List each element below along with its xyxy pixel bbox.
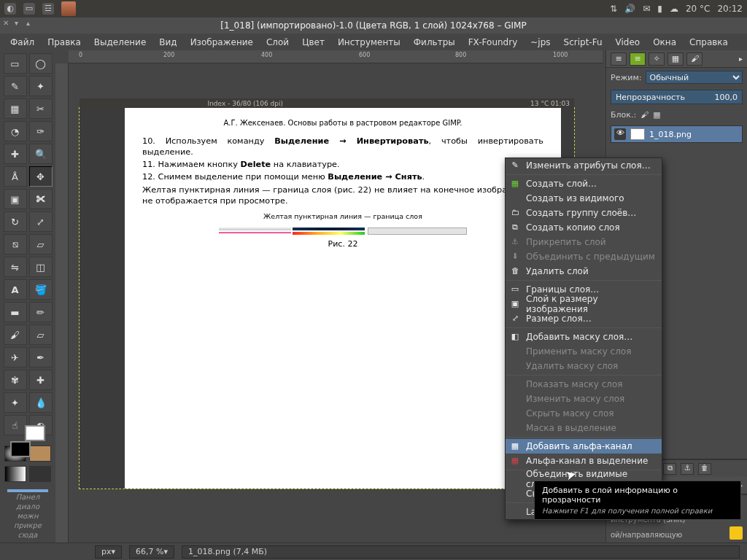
lock-alpha-icon[interactable]: ▦ (653, 110, 660, 120)
fg-swatch[interactable] (10, 441, 31, 457)
menu-jps[interactable]: ~jps (525, 35, 556, 50)
tool-smudge[interactable]: ☝ (4, 415, 27, 435)
ctx-to-image[interactable]: ▣Слой к размеру изображения (506, 297, 662, 311)
layer-context-menu[interactable]: ✎Изменить атрибуты слоя… ▦Создать слой… … (505, 158, 662, 520)
menu-image[interactable]: Изображение (185, 35, 259, 50)
ubuntu-icon[interactable]: ◐ (4, 3, 16, 15)
ctx-edit-attrs[interactable]: ✎Изменить атрибуты слоя… (506, 158, 662, 173)
ctx-scale[interactable]: ⤢Размер слоя… (506, 311, 662, 326)
menu-video[interactable]: Video (610, 35, 646, 50)
ctx-add-alpha[interactable]: ▦Добавить альфа-канал (506, 439, 662, 454)
ctx-from-visible[interactable]: Создать из видимого (506, 191, 662, 206)
gimp-task-icon[interactable] (61, 1, 76, 16)
tool-free-select[interactable]: ✎ (4, 76, 27, 96)
tab-paths[interactable]: ✧ (649, 52, 665, 66)
tool-color-select[interactable]: ▦ (4, 98, 27, 119)
tool-persp-clone[interactable]: ✦ (4, 392, 27, 413)
lock-pixels-icon[interactable]: 🖌 (640, 110, 649, 120)
gradient-indicator[interactable] (4, 466, 26, 482)
tool-shear[interactable]: ⧅ (4, 234, 27, 254)
tool-move[interactable]: ✥ (29, 166, 53, 187)
tool-crop[interactable]: ✀ (29, 189, 53, 209)
pattern-indicator[interactable] (29, 446, 51, 462)
tool-bucket[interactable]: 🪣 (29, 279, 53, 300)
menu-edit[interactable]: Правка (42, 35, 87, 50)
bg-swatch[interactable] (25, 425, 45, 441)
tool-foreground[interactable]: ◔ (4, 121, 27, 141)
tool-paths[interactable]: ✑ (29, 121, 53, 141)
close-icon[interactable]: ✕ (3, 20, 10, 27)
layers-list[interactable]: 👁 1_018.png (611, 125, 743, 143)
layer-name[interactable]: 1_018.png (649, 130, 692, 139)
firefox-icon[interactable]: ☲ (42, 3, 54, 15)
zoom-select[interactable]: 66,7 % ▾ (129, 545, 174, 559)
tab-channels[interactable]: ≡ (630, 52, 646, 66)
min-icon[interactable]: ▾ (15, 20, 22, 27)
menu-filters[interactable]: Фильтры (408, 35, 461, 50)
btn-anchor[interactable]: ⚓ (681, 463, 694, 475)
volume-icon[interactable]: 🔊 (624, 4, 635, 14)
tool-text[interactable]: A (4, 279, 27, 300)
menu-layer[interactable]: Слой (260, 35, 295, 50)
menu-scriptfu[interactable]: Script-Fu (558, 35, 608, 50)
tool-color-picker[interactable]: ✚ (4, 144, 27, 164)
weather-icon[interactable]: ☁ (670, 4, 678, 14)
tool-airbrush[interactable]: ✈ (4, 347, 27, 368)
tool-scale[interactable]: ⤢ (29, 211, 53, 232)
ctx-alpha-sel[interactable]: ▦Альфа-канал в выделение (506, 454, 662, 468)
tab-layers[interactable]: ≡ (611, 52, 627, 66)
tool-perspective[interactable]: ▱ (29, 234, 53, 254)
menu-help[interactable]: Справка (684, 35, 734, 50)
corner-indicator-icon[interactable] (729, 526, 743, 540)
max-icon[interactable]: ▴ (26, 20, 34, 27)
dock-menu-icon[interactable]: ▸ (739, 55, 743, 63)
btn-dup[interactable]: ⧉ (663, 463, 676, 475)
mail-icon[interactable]: ✉ (643, 4, 650, 14)
tool-heal[interactable]: ✚ (29, 370, 53, 390)
btn-delete[interactable]: 🗑 (698, 463, 711, 475)
files-icon[interactable]: ▭ (23, 3, 35, 15)
ctx-add-mask[interactable]: ◧Добавить маску слоя… (506, 330, 662, 344)
tool-rect-select[interactable]: ▭ (4, 53, 27, 74)
tool-flip[interactable]: ⇋ (4, 257, 27, 277)
menu-fx[interactable]: FX-Foundry (462, 35, 524, 50)
ctx-group[interactable]: 🗀Создать группу слоёв… (506, 206, 662, 220)
ruler-vertical[interactable] (55, 63, 69, 542)
active-image-indicator[interactable] (29, 466, 51, 482)
tool-pencil[interactable]: ✏ (29, 302, 53, 322)
tool-eraser[interactable]: ▱ (29, 324, 53, 345)
tool-blur[interactable]: 💧 (29, 392, 53, 413)
ruler-horizontal[interactable]: 0 200 400 600 800 1000 (69, 50, 603, 63)
unit-select[interactable]: px ▾ (95, 545, 122, 559)
menu-select[interactable]: Выделение (88, 35, 152, 50)
tool-scissors[interactable]: ✂ (29, 98, 53, 119)
ctx-delete[interactable]: 🗑Удалить слой (506, 264, 662, 279)
tool-clone[interactable]: ✾ (4, 370, 27, 390)
tool-paintbrush[interactable]: 🖌 (4, 324, 27, 345)
tab-undo[interactable]: ▦ (667, 52, 684, 66)
menu-file[interactable]: Файл (4, 35, 40, 50)
menu-windows[interactable]: Окна (647, 35, 682, 50)
opacity-slider[interactable]: Непрозрачность 100,0 (611, 90, 743, 104)
menu-color[interactable]: Цвет (296, 35, 330, 50)
tool-rotate[interactable]: ↻ (4, 211, 27, 232)
tool-blend[interactable]: ▬ (4, 302, 27, 322)
ctx-new-layer[interactable]: ▦Создать слой… (506, 176, 662, 191)
ctx-duplicate[interactable]: ⧉Создать копию слоя (506, 220, 662, 235)
menu-view[interactable]: Вид (153, 35, 182, 50)
tool-measure[interactable]: Å (4, 166, 27, 187)
visibility-icon[interactable]: 👁 (614, 128, 626, 140)
menu-bar[interactable]: Файл Правка Выделение Вид Изображение Сл… (0, 34, 747, 50)
layer-thumb[interactable] (630, 128, 645, 140)
battery-icon[interactable]: ▮ (657, 4, 662, 14)
tool-ink[interactable]: ✒ (29, 347, 53, 368)
tab-brush[interactable]: 🖌 (686, 52, 703, 66)
menu-tools[interactable]: Инструменты (332, 35, 406, 50)
tool-ellipse-select[interactable]: ◯ (29, 53, 53, 74)
mode-select[interactable]: Обычный (646, 71, 743, 84)
tool-cage[interactable]: ◫ (29, 257, 53, 277)
tool-zoom[interactable]: 🔍 (29, 144, 53, 164)
tool-align[interactable]: ▣ (4, 189, 27, 209)
layer-row[interactable]: 👁 1_018.png (611, 126, 742, 142)
network-icon[interactable]: ⇅ (610, 4, 617, 14)
